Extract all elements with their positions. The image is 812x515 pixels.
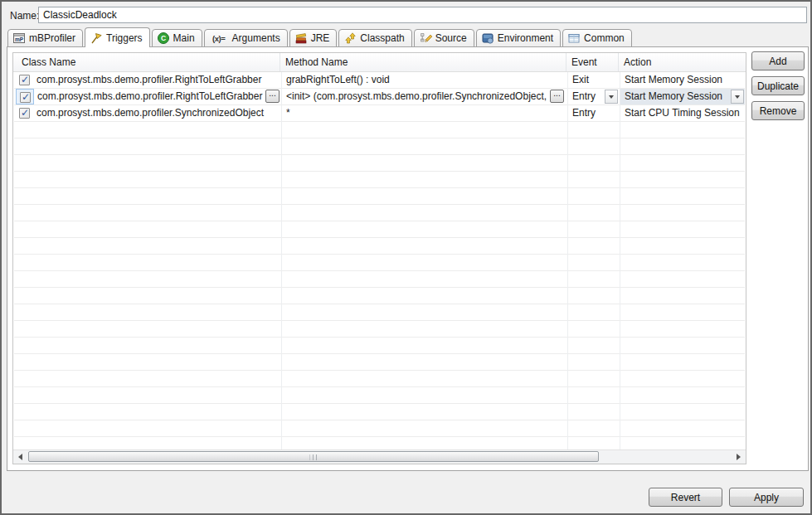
tab-bar: mP mBProfiler Triggers C Main (x)= Argum… — [7, 27, 632, 47]
source-icon — [419, 32, 432, 45]
cell-class-name: com.prosyst.mbs.demo.profiler.RightToLef… — [37, 89, 265, 104]
column-header-method-name[interactable]: Method Name — [280, 53, 566, 71]
tab-label: Main — [173, 32, 195, 44]
revert-button[interactable]: Revert — [649, 488, 722, 507]
environment-icon — [481, 32, 494, 45]
remove-button[interactable]: Remove — [751, 101, 805, 120]
scrollbar-thumb[interactable] — [28, 451, 599, 462]
add-button[interactable]: Add — [751, 51, 805, 70]
table-row[interactable]: com.prosyst.mbs.demo.profiler.RightToLef… — [14, 72, 745, 89]
triggers-table: Class Name Method Name Event Action com.… — [12, 52, 746, 464]
column-header-action[interactable]: Action — [619, 53, 746, 71]
tab-label: mBProfiler — [29, 32, 75, 44]
column-divider — [567, 72, 568, 449]
cell-action: Start Memory Session — [625, 72, 745, 88]
tab-label: Environment — [498, 32, 553, 44]
horizontal-scrollbar[interactable] — [13, 449, 746, 464]
launch-config-panel: Name: mP mBProfiler Triggers C Main (x)=… — [0, 0, 812, 515]
tab-label: Source — [435, 32, 467, 44]
jre-library-icon — [294, 32, 308, 45]
tab-label: JRE — [311, 32, 330, 44]
flag-icon — [90, 32, 103, 45]
method-browse-button[interactable]: ... — [550, 90, 564, 103]
cell-class-name: com.prosyst.mbs.demo.profiler.Synchroniz… — [36, 105, 279, 121]
table-row-selected[interactable]: com.prosyst.mbs.demo.profiler.RightToLef… — [14, 89, 745, 105]
cell-event: Exit — [572, 72, 618, 88]
tab-arguments[interactable]: (x)= Arguments — [204, 29, 288, 47]
cell-method-name: grabRightToLeft() : void — [286, 72, 565, 88]
row-checkbox[interactable] — [20, 92, 31, 103]
tab-classpath[interactable]: Classpath — [338, 29, 411, 47]
name-input[interactable] — [38, 7, 807, 23]
tab-label: Arguments — [232, 32, 280, 44]
tab-content-panel: Class Name Method Name Event Action com.… — [7, 46, 809, 471]
row-checkbox[interactable] — [19, 108, 30, 119]
table-header: Class Name Method Name Event Action — [13, 53, 746, 72]
cell-event: Entry — [572, 89, 604, 104]
row-checkbox[interactable] — [19, 75, 30, 85]
cell-method-name: <init> (com.prosyst.mbs.demo.profiler.Sy… — [286, 89, 548, 104]
scrollbar-grip-icon — [310, 454, 318, 460]
scroll-right-arrow[interactable] — [732, 451, 745, 463]
scroll-left-arrow[interactable] — [14, 451, 27, 463]
column-divider — [281, 72, 282, 449]
apply-button[interactable]: Apply — [729, 488, 804, 507]
table-row[interactable]: com.prosyst.mbs.demo.profiler.Synchroniz… — [14, 105, 745, 122]
common-icon — [567, 32, 581, 45]
action-dropdown-button[interactable] — [731, 90, 744, 104]
tab-label: Common — [584, 32, 625, 44]
column-header-event[interactable]: Event — [566, 53, 619, 71]
checkbox-selection-box — [16, 89, 34, 104]
tab-label: Classpath — [360, 32, 404, 44]
cell-class-name: com.prosyst.mbs.demo.profiler.RightToLef… — [36, 72, 279, 88]
tab-environment[interactable]: Environment — [476, 29, 561, 47]
svg-text:mP: mP — [15, 36, 24, 42]
mbprofiler-window-icon: mP — [12, 32, 26, 45]
tab-mbprofiler[interactable]: mP mBProfiler — [7, 29, 83, 47]
arguments-icon: (x)= — [209, 32, 229, 45]
classpath-icon — [343, 32, 357, 45]
main-class-icon: C — [157, 32, 170, 45]
class-browse-button[interactable]: ... — [265, 90, 280, 103]
cell-action: Start Memory Session — [625, 89, 729, 104]
cell-action: Start CPU Timing Session — [625, 105, 745, 121]
tab-label: Triggers — [106, 32, 143, 44]
table-body: com.prosyst.mbs.demo.profiler.RightToLef… — [14, 72, 745, 449]
tab-jre[interactable]: JRE — [289, 29, 338, 47]
tab-source[interactable]: Source — [414, 29, 474, 47]
tab-triggers[interactable]: Triggers — [85, 27, 150, 47]
duplicate-button[interactable]: Duplicate — [751, 76, 805, 95]
left-triangle-icon — [18, 454, 22, 460]
right-triangle-icon — [737, 454, 741, 460]
tab-common[interactable]: Common — [562, 29, 632, 47]
column-divider — [620, 72, 620, 449]
column-header-class-name[interactable]: Class Name — [13, 53, 280, 71]
cell-event: Entry — [572, 105, 618, 121]
event-dropdown-button[interactable] — [605, 90, 618, 104]
svg-text:C: C — [161, 34, 166, 42]
name-label: Name: — [10, 10, 39, 22]
tab-main[interactable]: C Main — [152, 29, 202, 47]
cell-method-name: * — [286, 105, 565, 121]
